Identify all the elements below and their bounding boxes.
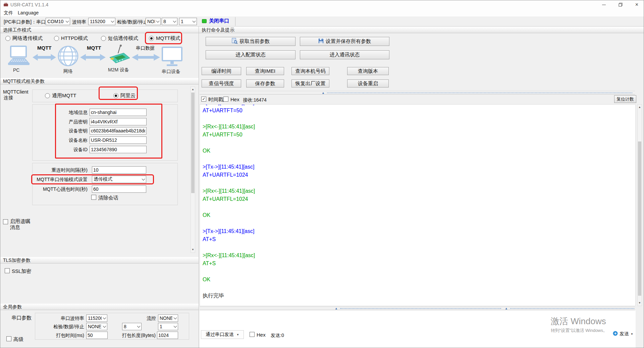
send-hex-checkbox[interactable]: Hex [250,332,266,338]
log-line [200,219,635,227]
global-stopbits-select[interactable]: 1 [158,323,178,330]
close-button[interactable]: × [629,0,644,9]
log-output[interactable]: >[Tx->][11:45:41][asc] AT+UARTFT=50 >[Rx… [200,104,636,306]
parity-select[interactable]: NONI [146,18,161,25]
heartbeat-input[interactable] [92,185,146,193]
log-line: AT+UARTFT=50 [200,107,635,115]
databits-select[interactable]: 8 [162,18,177,25]
left-panel-scrollbar[interactable]: ▲ ▼ [191,86,195,253]
splitter-triangle-icon[interactable]: ▲ [335,307,338,310]
reconnect-input[interactable] [92,166,146,174]
query-local-number-button[interactable]: 查询本机号码 [291,67,329,75]
reset-count-button[interactable]: 复位计数 [614,95,636,103]
chevron-down-icon [141,176,146,183]
radio-net-passthrough[interactable]: 网络透传模式 [5,35,43,42]
checkbox-label: 启用遗嘱 消息 [10,218,30,230]
scroll-down-icon[interactable]: ▼ [638,300,642,306]
will-message-checkbox[interactable]: 启用遗嘱 消息 [3,218,30,230]
save-params-button[interactable]: 保存参数 [246,79,284,88]
radio-mqtt-mode[interactable]: MQTT模式 [149,35,180,42]
chevron-down-icon [110,18,115,25]
m2m-label: M2M 设备 [108,67,129,73]
log-top-splitter[interactable]: ▲ [200,91,635,95]
global-parity-select[interactable]: NONE [86,323,107,330]
maximize-button[interactable] [613,0,628,9]
global-baud-select[interactable]: 115200 [86,314,107,322]
query-signal-button[interactable]: 查信号强度 [202,79,241,88]
titlebar: USR-CAT1 V1.1.4 × [0,0,644,9]
scroll-up-icon[interactable]: ▲ [638,105,642,110]
baud-select[interactable]: 115200 [88,18,115,25]
region-input[interactable] [90,109,147,116]
log-line: AT+UARTFL=1024 [200,171,635,179]
pc-serial-label: [PC串口参数]：串口号 [4,19,50,25]
pack-time-label: 打包时间(ms) [44,333,84,339]
stopbits-select[interactable]: 1 [179,18,197,25]
checkbox-icon [5,268,10,273]
scroll-down-icon[interactable]: ▼ [191,247,195,252]
transfer-mode-select[interactable]: 透传模式 [92,176,146,183]
send-icon [613,331,618,337]
product-key-input[interactable] [90,118,147,125]
splitter-triangle-icon[interactable]: ▲ [322,91,325,95]
log-bottom-splitter[interactable]: ▲ ▲ [200,306,635,310]
checkbox-icon [6,336,11,341]
log-scrollbar[interactable]: ▲ ▼ [637,104,642,306]
double-arrow-icon [132,53,160,63]
global-databits-value: 8 [124,324,136,329]
scrollbar-thumb[interactable] [191,93,195,193]
send-via-serial-dropdown[interactable]: 通过串口发送 ▼ [201,330,244,339]
com-port-select[interactable]: COM10 [46,18,70,25]
flow-label: 流控 [136,315,156,322]
radio-sms-passthrough[interactable]: 短信透传模式 [101,35,138,42]
radio-icon [54,36,59,41]
device-id-input[interactable] [90,146,147,153]
radio-aliyun[interactable]: 阿里云 [113,93,136,99]
scrollbar-thumb[interactable] [638,141,641,296]
radio-generic-mqtt[interactable]: 通用MQTT [45,93,76,99]
enter-comm-button[interactable]: 进入通讯状态 [300,50,389,59]
get-params-button[interactable]: 获取当前参数 [206,37,296,46]
log-line [200,179,635,187]
radio-label: 短信透传模式 [108,35,138,42]
com-port-value: COM10 [47,19,64,24]
flow-select[interactable]: NONE [158,314,178,322]
global-databits-select[interactable]: 8 [122,323,142,330]
pack-len-input[interactable] [157,332,178,339]
send-button[interactable]: 发送 ▼ [613,331,633,337]
button-label: 进入通讯状态 [330,52,360,58]
restore-icon [619,3,623,7]
save-icon [318,38,324,45]
close-port-button[interactable]: 关闭串口 [202,18,229,24]
splitter-triangle-icon[interactable]: ▲ [505,307,508,310]
device-restart-button[interactable]: 设备重启 [347,79,389,88]
log-line: >[Rx<-][11:45:41][asc] [200,251,635,259]
timestamp-checkbox[interactable]: ✓时间戳 [201,97,223,103]
global-baud-label: 串口波特率 [44,315,84,322]
hex-display-checkbox[interactable]: Hex [223,97,239,102]
ssl-checkbox[interactable]: SSL加密 [5,268,31,275]
query-version-button[interactable]: 查询版本 [347,67,389,75]
query-imei-button[interactable]: 查询IMEI [246,67,284,75]
menu-language[interactable]: Language [18,10,39,15]
set-save-params-button[interactable]: 设置并保存所有参数 [300,37,389,46]
radio-icon [45,93,50,98]
clean-session-checkbox[interactable]: 清除会话 [91,195,118,201]
enter-config-button[interactable]: 进入配置状态 [206,50,296,59]
scroll-up-icon[interactable]: ▲ [191,87,195,92]
activate-windows-hint: 转到“设置”以激活 Windows。 [551,328,607,334]
compile-time-button[interactable]: 编译时间 [202,67,241,75]
device-name-input[interactable] [90,136,147,144]
factory-reset-button[interactable]: 恢复出厂设置 [291,79,329,88]
pack-time-input[interactable] [86,332,108,339]
tls-header: TLS加密参数 [0,257,199,264]
databits-value: 8 [163,19,172,24]
menu-file[interactable]: 文件 [4,10,13,16]
advanced-checkbox[interactable]: 高级 [6,336,23,343]
device-secret-input[interactable] [90,127,147,134]
radio-httpd[interactable]: HTTPD模式 [54,35,88,42]
log-line: AT+S [200,259,635,268]
checkbox-icon [3,219,8,224]
send-label: 发送 [620,331,629,337]
minimize-button[interactable] [596,0,611,9]
